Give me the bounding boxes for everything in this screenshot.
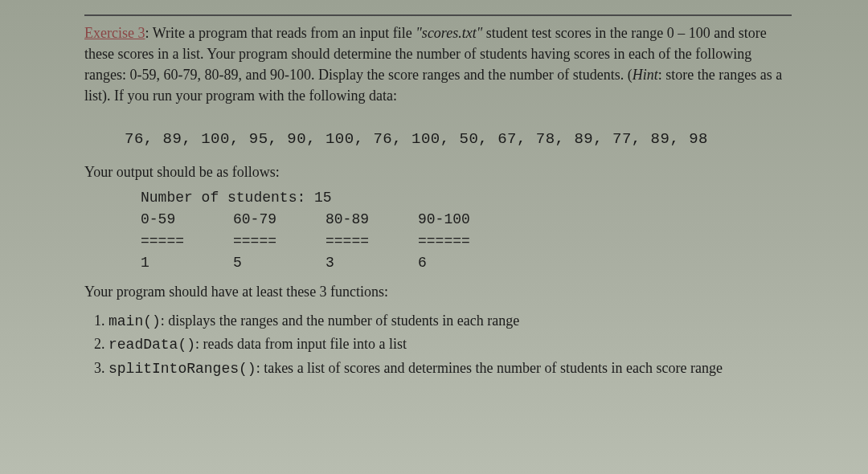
function-desc: : displays the ranges and the number of … (161, 313, 519, 329)
sample-data: 76, 89, 100, 95, 90, 100, 76, 100, 50, 6… (125, 130, 792, 148)
function-name: main() (108, 313, 161, 329)
function-name: readData() (108, 337, 195, 353)
counts-row: 1 5 3 6 (141, 252, 792, 274)
top-divider (84, 14, 792, 16)
list-item: main(): displays the ranges and the numb… (108, 310, 792, 332)
range-label: 80-89 (326, 209, 418, 231)
list-item: splitIntoRanges(): takes a list of score… (108, 358, 792, 379)
separator: ====== (418, 231, 522, 252)
filename: "scores.txt" (416, 25, 482, 41)
separator-row: ===== ===== ===== ====== (141, 231, 792, 252)
prompt-part1: : Write a program that reads from an inp… (145, 25, 416, 41)
hint-label: Hint (633, 67, 658, 83)
exercise-document: Exercise 3: Write a program that reads f… (0, 0, 868, 389)
output-intro: Your output should be as follows: (84, 164, 792, 181)
separator: ===== (233, 231, 326, 252)
exercise-label: Exercise 3 (84, 25, 145, 41)
output-header: Number of students: 15 (141, 187, 792, 209)
count-value: 1 (141, 252, 233, 274)
list-item: readData(): reads data from input file i… (108, 333, 792, 355)
functions-intro: Your program should have at least these … (84, 284, 792, 300)
range-labels-row: 0-59 60-79 80-89 90-100 (141, 209, 792, 231)
count-value: 6 (418, 252, 522, 274)
expected-output: Number of students: 15 0-59 60-79 80-89 … (141, 187, 792, 274)
separator: ===== (141, 231, 233, 252)
problem-statement: Exercise 3: Write a program that reads f… (84, 22, 792, 106)
function-list: main(): displays the ranges and the numb… (108, 310, 792, 378)
range-label: 0-59 (141, 209, 233, 231)
function-name: splitIntoRanges() (108, 361, 256, 377)
separator: ===== (326, 231, 418, 252)
range-label: 90-100 (418, 209, 522, 231)
function-desc: : reads data from input file into a list (195, 336, 407, 352)
function-desc: : takes a list of scores and determines … (256, 360, 723, 376)
count-value: 3 (326, 252, 418, 274)
range-label: 60-79 (233, 209, 326, 231)
count-value: 5 (233, 252, 326, 274)
